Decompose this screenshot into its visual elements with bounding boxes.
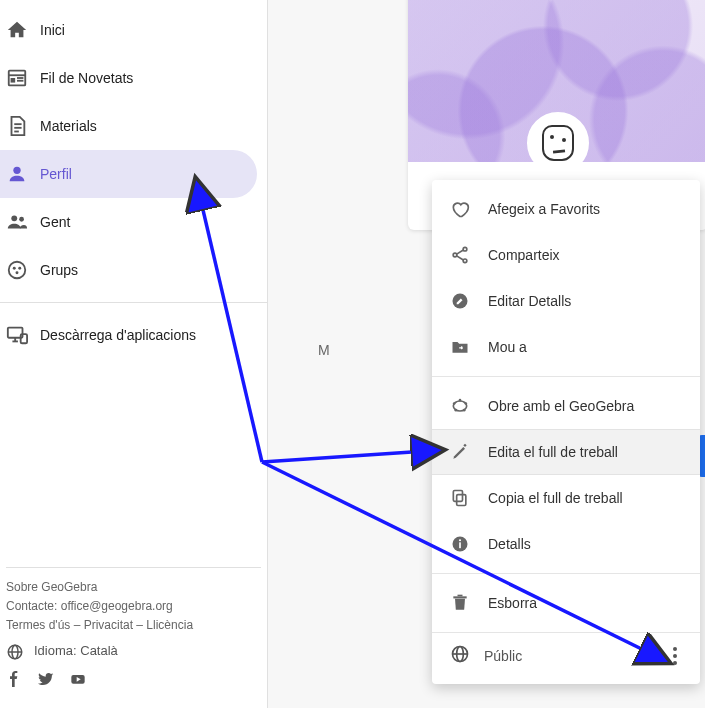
menu-label: Edita el full de treball (488, 444, 618, 460)
nav-newsfeed[interactable]: Fil de Novetats (0, 54, 257, 102)
geogebra-icon (450, 396, 470, 416)
avatar-face-icon (542, 125, 574, 161)
menu-copy-sheet[interactable]: Copia el full de treball (432, 475, 700, 521)
svg-point-9 (11, 215, 17, 221)
folder-move-icon (450, 337, 470, 357)
menu-footer: Públic (432, 632, 700, 678)
nav-label: Descàrrega d'aplicacions (40, 327, 196, 343)
svg-rect-35 (457, 495, 466, 506)
nav-people[interactable]: Gent (0, 198, 257, 246)
svg-point-14 (16, 271, 19, 274)
more-options-button[interactable] (666, 647, 684, 665)
context-menu: Afegeix a Favorits Comparteix Editar Det… (432, 180, 700, 684)
people-icon (6, 211, 28, 233)
youtube-icon[interactable] (70, 670, 86, 694)
svg-rect-40 (453, 596, 466, 598)
main-label: M (318, 342, 330, 358)
license-link[interactable]: Llicència (146, 618, 193, 632)
heart-icon (450, 199, 470, 219)
nav-label: Fil de Novetats (40, 70, 133, 86)
download-icon (6, 324, 28, 346)
contact-prefix: Contacte: (6, 599, 61, 613)
copy-icon (450, 488, 470, 508)
visibility-label: Públic (484, 648, 522, 664)
svg-point-24 (463, 247, 467, 251)
nav-label: Materials (40, 118, 97, 134)
svg-point-31 (459, 399, 462, 402)
avatar (527, 112, 589, 174)
menu-label: Esborra (488, 595, 537, 611)
svg-rect-41 (458, 595, 463, 597)
nav-materials[interactable]: Materials (0, 102, 257, 150)
sidebar-footer: Sobre GeoGebra Contacte: office@geogebra… (6, 567, 261, 694)
nav-label: Inici (40, 22, 65, 38)
svg-point-11 (9, 262, 26, 279)
svg-rect-36 (453, 491, 462, 502)
menu-label: Comparteix (488, 247, 560, 263)
svg-line-27 (457, 256, 464, 260)
menu-move-to[interactable]: Mou a (432, 324, 700, 370)
svg-rect-2 (11, 78, 16, 83)
visibility-control[interactable]: Públic (450, 644, 522, 667)
svg-point-34 (463, 409, 466, 412)
newsfeed-icon (6, 67, 28, 89)
nav-divider (0, 302, 267, 303)
menu-edit-sheet[interactable]: Edita el full de treball (432, 429, 700, 475)
menu-edit-details[interactable]: Editar Detalls (432, 278, 700, 324)
facebook-icon[interactable] (6, 670, 22, 694)
svg-point-8 (13, 167, 20, 174)
nav-label: Perfil (40, 166, 72, 182)
menu-delete[interactable]: Esborra (432, 580, 700, 626)
nav-profile[interactable]: Perfil (0, 150, 257, 198)
language-selector[interactable]: Idioma: Català (6, 641, 261, 662)
svg-point-33 (455, 409, 458, 412)
main-area: M Afegeix a Favorits Comparteix Editar D… (268, 0, 705, 708)
terms-link[interactable]: Termes d'ús (6, 618, 70, 632)
privacy-link[interactable]: Privacitat (84, 618, 133, 632)
menu-favorite[interactable]: Afegeix a Favorits (432, 186, 700, 232)
svg-point-32 (465, 402, 468, 405)
home-icon (6, 19, 28, 41)
svg-rect-38 (459, 542, 461, 548)
sidebar: Inici Fil de Novetats Materials Perfil G… (0, 0, 268, 708)
svg-point-12 (13, 267, 16, 270)
share-icon (450, 245, 470, 265)
menu-label: Detalls (488, 536, 531, 552)
person-icon (6, 163, 28, 185)
nav-label: Gent (40, 214, 70, 230)
menu-separator (432, 376, 700, 377)
menu-share[interactable]: Comparteix (432, 232, 700, 278)
menu-label: Mou a (488, 339, 527, 355)
info-edit-icon (450, 291, 470, 311)
menu-label: Copia el full de treball (488, 490, 623, 506)
svg-point-30 (453, 402, 456, 405)
menu-label: Afegeix a Favorits (488, 201, 600, 217)
svg-line-26 (457, 250, 464, 254)
menu-label: Editar Detalls (488, 293, 571, 309)
nav-downloads[interactable]: Descàrrega d'aplicacions (0, 311, 257, 359)
twitter-icon[interactable] (38, 670, 54, 694)
nav-groups[interactable]: Grups (0, 246, 257, 294)
svg-point-39 (459, 539, 461, 541)
document-icon (6, 115, 28, 137)
groups-icon (6, 259, 28, 281)
menu-separator (432, 573, 700, 574)
svg-point-10 (19, 217, 24, 222)
language-value: Català (80, 643, 118, 658)
pencil-icon (450, 442, 470, 462)
nav-label: Grups (40, 262, 78, 278)
globe-icon (450, 644, 470, 667)
info-icon (450, 534, 470, 554)
menu-open-geogebra[interactable]: Obre amb el GeoGebra (432, 383, 700, 429)
svg-point-23 (453, 253, 457, 257)
contact-email[interactable]: office@geogebra.org (61, 599, 173, 613)
svg-point-13 (18, 267, 21, 270)
globe-icon (6, 643, 24, 661)
menu-label: Obre amb el GeoGebra (488, 398, 634, 414)
svg-point-25 (463, 259, 467, 263)
nav-home[interactable]: Inici (0, 6, 257, 54)
trash-icon (450, 593, 470, 613)
about-link[interactable]: Sobre GeoGebra (6, 580, 97, 594)
menu-details[interactable]: Detalls (432, 521, 700, 567)
